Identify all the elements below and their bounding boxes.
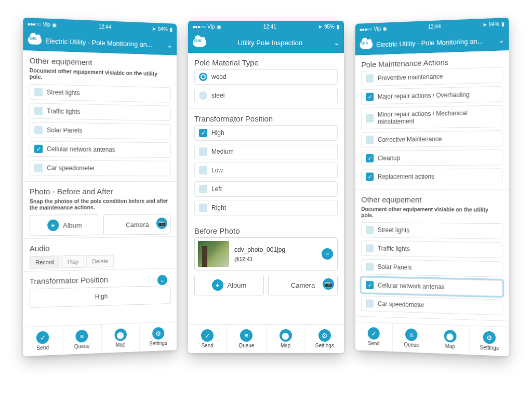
- tab-queue[interactable]: ≡Queue: [393, 323, 431, 353]
- battery-icon: ▮: [337, 24, 340, 30]
- checkbox-icon: [366, 263, 374, 271]
- checkbox-low[interactable]: Low: [194, 163, 338, 178]
- checkbox-car-speedometer[interactable]: Car speedometer: [361, 295, 502, 315]
- checkbox-street-lights[interactable]: Street lights: [361, 222, 502, 239]
- radio-icon: [199, 91, 207, 100]
- carrier-label: Vip: [374, 25, 381, 31]
- checkbox-icon: [199, 204, 207, 212]
- app-header: GIS Utility Pole Inspection ⌄: [188, 32, 344, 53]
- tab-settings[interactable]: ⚙Settings: [470, 326, 509, 357]
- checkbox-street-lights[interactable]: Street lights: [30, 84, 171, 103]
- location-icon: ➤: [483, 21, 487, 27]
- checkbox-checked-icon: ✓: [366, 154, 374, 163]
- form-content: Pole Maintenance Actions Preventive main…: [355, 50, 509, 327]
- gear-icon: ⚙: [483, 331, 496, 344]
- location-icon: ➤: [318, 24, 322, 30]
- checkbox-checked-icon: ✓: [366, 281, 374, 289]
- album-button[interactable]: +Album: [194, 275, 264, 295]
- checkbox-icon: [366, 300, 374, 308]
- checkbox-checked-icon: ✓: [34, 145, 43, 153]
- checkbox-medium[interactable]: Medium: [194, 144, 338, 159]
- checkbox-car-speedometer[interactable]: Car speedometer: [30, 160, 171, 176]
- check-icon: ✓: [36, 331, 49, 344]
- chevron-down-icon[interactable]: ⌄: [167, 41, 172, 49]
- checkbox-major-repair[interactable]: ✓Major repair actions / Overhauling: [361, 86, 502, 105]
- checkbox-traffic-lights[interactable]: Traffic lights: [30, 103, 171, 121]
- play-button[interactable]: Play: [62, 255, 84, 268]
- checkbox-icon: [34, 107, 43, 116]
- pin-icon: ⬤: [444, 330, 456, 343]
- tab-map[interactable]: ⬤Map: [267, 325, 305, 353]
- file-timestamp: @12:41: [234, 256, 285, 262]
- tab-settings[interactable]: ⚙Settings: [305, 325, 344, 353]
- pin-icon: ⬤: [280, 329, 292, 342]
- checkbox-icon: [199, 185, 207, 193]
- section-subtitle-equipment: Document other equipement visiable on th…: [30, 67, 171, 83]
- app-logo: GIS: [360, 39, 374, 51]
- location-icon: ➤: [152, 25, 156, 31]
- record-button[interactable]: Record: [30, 255, 60, 268]
- checkbox-solar-panels[interactable]: Solar Panels: [30, 122, 171, 140]
- tab-map[interactable]: ⬤Map: [101, 323, 139, 353]
- tab-send[interactable]: ✓Send: [23, 326, 62, 356]
- checkbox-replacement[interactable]: ✓Replacement actions: [361, 168, 502, 184]
- checkbox-icon: [366, 114, 374, 123]
- transformator-dropdown[interactable]: ⌄ High: [30, 286, 171, 308]
- carrier-label: Vip: [207, 24, 215, 30]
- checkbox-traffic-lights[interactable]: Traffic lights: [361, 240, 502, 258]
- battery-label: 94%: [489, 21, 499, 27]
- phone-screen-2: ●●●○○Vip◉ 12:41 ➤95%▮ GIS Utility Pole I…: [188, 21, 344, 353]
- checkbox-solar-panels[interactable]: Solar Panels: [361, 259, 502, 277]
- clock: 12:44: [428, 23, 441, 30]
- section-title-maintenance: Pole Maintenance Actions: [361, 56, 502, 69]
- section-title-before-photo: Before Photo: [194, 226, 338, 235]
- radio-wood[interactable]: wood: [194, 69, 338, 85]
- checkbox-left[interactable]: Left: [194, 181, 338, 197]
- tab-map[interactable]: ⬤Map: [431, 325, 470, 355]
- checkbox-corrective[interactable]: Corrective Maintenance: [361, 130, 502, 147]
- checkbox-right[interactable]: Right: [194, 200, 338, 215]
- checkbox-icon: [366, 244, 374, 252]
- checkbox-high[interactable]: ✓High: [194, 125, 338, 141]
- form-content: Pole Material Type wood steel Transforma…: [188, 53, 344, 324]
- expand-icon: ⌄: [157, 275, 167, 285]
- section-title-transformator: Transformator Position: [30, 274, 171, 286]
- tab-settings[interactable]: ⚙Settings: [140, 322, 177, 352]
- gear-icon: ⚙: [152, 327, 164, 340]
- phone-screen-3: ●●●○○Vip◉ 12:44 ➤94%▮ GIS Electric Utili…: [355, 18, 509, 356]
- checkbox-cleanup[interactable]: ✓Cleanup: [361, 150, 502, 166]
- checkbox-preventive[interactable]: Preventive maintenance: [361, 67, 502, 86]
- pin-icon: ⬤: [114, 328, 126, 341]
- page-title: Utility Pole Inspection: [210, 39, 330, 47]
- photo-attachment[interactable]: cdv_photo_001jpg @12:41 −: [194, 237, 338, 271]
- signal-icon: ●●●○○: [192, 24, 205, 30]
- remove-photo-button[interactable]: −: [322, 248, 333, 260]
- chevron-down-icon[interactable]: ⌄: [498, 36, 504, 45]
- checkbox-cellular-antennas[interactable]: ✓Cellular network antenas: [361, 277, 502, 296]
- album-button[interactable]: +Album: [30, 214, 99, 236]
- checkbox-icon: [199, 166, 207, 174]
- signal-icon: ●●●○○: [360, 26, 372, 32]
- camera-button[interactable]: Camera📷: [103, 214, 171, 235]
- form-content: Other equipement Document other equipeme…: [23, 50, 177, 327]
- list-icon: ≡: [405, 328, 417, 341]
- checkbox-minor-repair[interactable]: Minor repair actions / Mechanical reinst…: [361, 105, 502, 129]
- tab-bar: ✓Send ≡Queue ⬤Map ⚙Settings: [355, 321, 509, 356]
- tab-queue[interactable]: ≡Queue: [63, 325, 102, 355]
- app-logo: GIS: [192, 37, 207, 48]
- checkbox-cellular-antennas[interactable]: ✓Cellular network antenas: [30, 141, 171, 157]
- section-subtitle-photo: Snap the photos of the pole condition be…: [30, 198, 171, 211]
- radio-steel[interactable]: steel: [194, 88, 338, 103]
- section-title-audio: Audio: [30, 242, 171, 253]
- page-title: Electric Utility - Pole Monitoring an...: [45, 37, 164, 49]
- tab-send[interactable]: ✓Send: [188, 325, 227, 353]
- tab-send[interactable]: ✓Send: [355, 322, 393, 352]
- battery-label: 94%: [158, 26, 168, 32]
- gear-icon: ⚙: [318, 329, 331, 342]
- delete-button[interactable]: Delete: [86, 255, 114, 268]
- section-title-transformator: Transformator Position: [194, 114, 338, 123]
- battery-label: 95%: [324, 24, 335, 30]
- tab-queue[interactable]: ≡Queue: [227, 325, 266, 353]
- camera-button[interactable]: Camera📷: [268, 275, 338, 295]
- chevron-down-icon[interactable]: ⌄: [334, 38, 340, 47]
